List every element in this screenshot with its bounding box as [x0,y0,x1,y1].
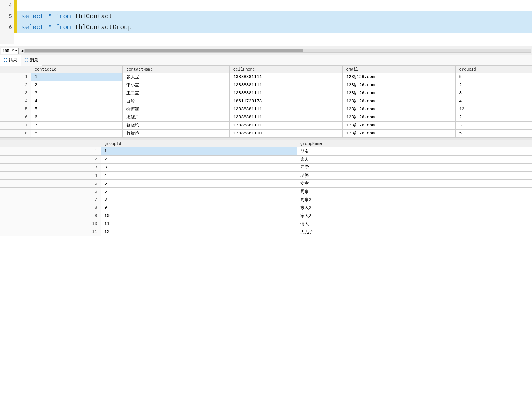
cell-cellPhone[interactable]: 13888881111 [230,81,343,89]
cell-groupId[interactable]: 5 [456,130,532,138]
line-number-5: 5 [0,11,14,22]
cell-cellPhone[interactable]: 13888881111 [230,122,343,130]
cell-groupId[interactable]: 3 [456,122,532,130]
table-row[interactable]: 89家人2 [0,204,532,212]
table-row[interactable]: 66梅晓丹13888881111123@126.com2 [0,113,532,122]
cell-contactId[interactable]: 6 [31,113,123,122]
cell-groupId[interactable]: 2 [456,113,532,122]
cell-groupId[interactable]: 4 [101,172,297,180]
zoom-dropdown-icon[interactable]: ▼ [15,49,17,53]
row-number: 5 [0,105,31,113]
table-row[interactable]: 11朋友 [0,147,532,156]
tab-messages[interactable]: ☷ 消息 [21,55,42,66]
cell-groupName[interactable]: 情人 [297,220,532,228]
line-content-5[interactable]: select * from TblContact [17,11,532,22]
horizontal-scrollbar[interactable] [24,49,531,53]
cell-email[interactable]: 123@126.com [343,81,456,89]
cell-contactId[interactable]: 4 [31,97,123,105]
cell-contactName[interactable]: 王二宝 [123,89,230,97]
cell-groupId[interactable]: 10 [101,212,297,220]
cell-contactId[interactable]: 3 [31,89,123,97]
cell-cellPhone[interactable]: 13888881111 [230,113,343,122]
cell-contactName[interactable]: 蔡晓培 [123,122,230,130]
cell-groupName[interactable]: 同学 [297,164,532,172]
cell-contactId[interactable]: 2 [31,81,123,89]
line-content-4 [17,0,532,11]
cell-groupId[interactable]: 8 [101,196,297,204]
cell-groupId[interactable]: 3 [101,164,297,172]
cell-groupId[interactable]: 1 [101,147,297,156]
cell-email[interactable]: 123@126.com [343,130,456,138]
cell-contactId[interactable]: 1 [31,73,123,81]
cell-cellPhone[interactable]: 13888881111 [230,73,343,81]
table-row[interactable]: 22家人 [0,156,532,164]
cell-contactId[interactable]: 5 [31,105,123,113]
cell-contactName[interactable]: 张大宝 [123,73,230,81]
code-line-6: 6 select * from TblContactGroup [0,22,532,33]
table-row[interactable]: 77蔡晓培13888881111123@126.com3 [0,122,532,130]
cell-contactName[interactable]: 李小宝 [123,81,230,89]
line-content-cursor [17,33,532,44]
cell-cellPhone[interactable]: 18611728173 [230,97,343,105]
cell-groupId[interactable]: 11 [101,220,297,228]
table-row[interactable]: 11张大宝13888881111123@126.com5 [0,73,532,81]
table-row[interactable]: 44老婆 [0,172,532,180]
zoom-value: 195 % [3,49,14,53]
table-row[interactable]: 22李小宝13888881111123@126.com2 [0,81,532,89]
scroll-left-btn[interactable]: ◀ [21,48,23,53]
cell-groupId[interactable]: 12 [101,228,297,236]
table-row[interactable]: 33王二宝13888881111123@126.com3 [0,89,532,97]
cell-groupId[interactable]: 6 [101,188,297,196]
cell-contactId[interactable]: 8 [31,130,123,138]
cell-email[interactable]: 123@126.com [343,73,456,81]
cell-groupId[interactable]: 12 [456,105,532,113]
table-row[interactable]: 55女友 [0,180,532,188]
cell-groupName[interactable]: 家人2 [297,204,532,212]
cell-groupName[interactable]: 家人 [297,156,532,164]
col-header-groupName: groupName [297,140,532,147]
cell-groupId[interactable]: 4 [456,97,532,105]
cell-contactName[interactable]: 梅晓丹 [123,113,230,122]
table-row[interactable]: 1011情人 [0,220,532,228]
cell-contactName[interactable]: 徐博涵 [123,105,230,113]
cell-groupId[interactable]: 9 [101,204,297,212]
cell-groupName[interactable]: 女友 [297,180,532,188]
cell-groupId[interactable]: 2 [456,81,532,89]
cell-contactName[interactable]: 竹篱笆 [123,130,230,138]
table-row[interactable]: 1112大儿子 [0,228,532,236]
cell-groupName[interactable]: 老婆 [297,172,532,180]
table-row[interactable]: 88竹篱笆13888881110123@126.com5 [0,130,532,138]
col-header-groupId-2: groupId [101,140,297,147]
cell-groupId[interactable]: 3 [456,89,532,97]
cell-groupName[interactable]: 家人3 [297,212,532,220]
row-number: 9 [0,212,101,220]
cell-groupName[interactable]: 大儿子 [297,228,532,236]
cell-contactId[interactable]: 7 [31,122,123,130]
table-row[interactable]: 33同学 [0,164,532,172]
cell-cellPhone[interactable]: 13888881111 [230,105,343,113]
table-row[interactable]: 44白玲18611728173123@126.com4 [0,97,532,105]
cell-contactName[interactable]: 白玲 [123,97,230,105]
cell-groupName[interactable]: 同事 [297,188,532,196]
code-line-4: 4 [0,0,532,11]
cell-cellPhone[interactable]: 13888881111 [230,89,343,97]
row-number: 8 [0,130,31,138]
cell-groupName[interactable]: 同事2 [297,196,532,204]
cell-email[interactable]: 123@126.com [343,122,456,130]
cell-email[interactable]: 123@126.com [343,97,456,105]
cell-groupId[interactable]: 2 [101,156,297,164]
cell-cellPhone[interactable]: 13888881110 [230,130,343,138]
cell-groupId[interactable]: 5 [101,180,297,188]
table-row[interactable]: 910家人3 [0,212,532,220]
zoom-selector[interactable]: 195 % ▼ [1,48,19,54]
table-row[interactable]: 55徐博涵13888881111123@126.com12 [0,105,532,113]
table-row[interactable]: 78同事2 [0,196,532,204]
line-content-6[interactable]: select * from TblContactGroup [17,22,532,33]
cell-email[interactable]: 123@126.com [343,113,456,122]
table-row[interactable]: 66同事 [0,188,532,196]
cell-email[interactable]: 123@126.com [343,105,456,113]
tab-results[interactable]: ☷ 结果 [0,55,21,66]
cell-groupId[interactable]: 5 [456,73,532,81]
cell-email[interactable]: 123@126.com [343,89,456,97]
cell-groupName[interactable]: 朋友 [297,147,532,156]
